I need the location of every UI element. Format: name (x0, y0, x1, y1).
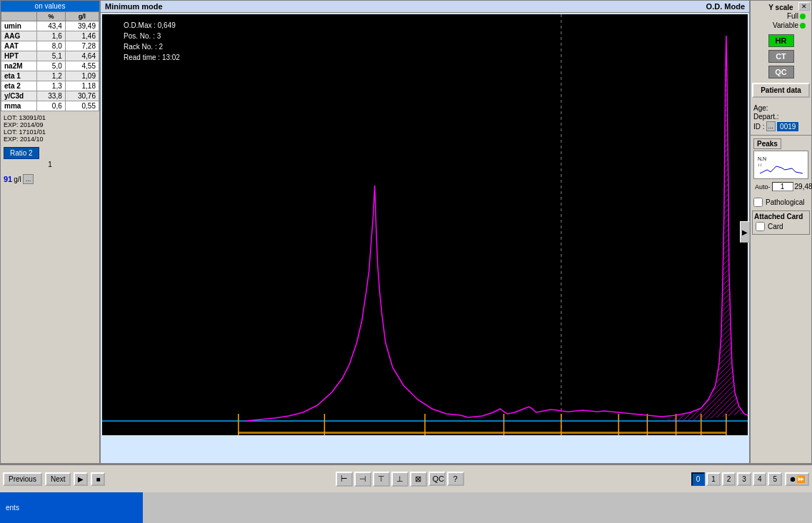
hr-button[interactable]: HR (768, 34, 794, 47)
svg-rect-19 (647, 432, 676, 434)
toolbar-btn-help[interactable]: ? (447, 472, 464, 486)
ct-button[interactable]: CT (768, 50, 794, 63)
svg-rect-17 (561, 432, 618, 434)
next-button[interactable]: Next (45, 472, 71, 486)
qc-button[interactable]: QC (768, 66, 794, 78)
svg-rect-16 (503, 432, 561, 434)
toolbar-btn-qc[interactable]: QC (428, 472, 446, 486)
peaks-mini-svg: N,N ↕↕ (756, 152, 806, 178)
fraction-percent: 1,6 (37, 31, 66, 41)
attached-card-title: Attached Card (754, 213, 808, 220)
num-btn-1[interactable]: 1 (706, 472, 721, 486)
number-toolbar: 0 1 2 3 4 5 (691, 472, 782, 486)
protein-unit: g/l (14, 176, 21, 183)
svg-rect-21 (701, 432, 726, 434)
exp2-value: 2014/10 (20, 136, 44, 143)
patient-data-button[interactable]: Patient data (752, 83, 810, 98)
chart-title: Minimum mode (105, 2, 163, 11)
center-toolbar: ⊢ ⊣ ⊤ ⊥ ⊠ QC ? (108, 472, 691, 487)
exp1-label: EXP: (4, 121, 19, 128)
svg-text:↕↕: ↕↕ (758, 163, 762, 167)
toolbar-btn-2[interactable]: ⊣ (354, 472, 371, 487)
toolbar-btn-1[interactable]: ⊢ (336, 472, 353, 487)
lot2-label: LOT: (4, 128, 17, 136)
fraction-name: eta 1 (1, 71, 37, 81)
variable-row: Variable (753, 21, 808, 30)
main-chart-area: Minimum mode O.D. Mode O.D.Max : 0,649 P… (100, 0, 750, 464)
auto-value: 29,48 (795, 183, 812, 191)
fraction-gl: 4,55 (65, 61, 99, 71)
fraction-percent: 1,2 (37, 71, 66, 81)
fraction-name: na2M (1, 61, 37, 71)
col-gl: g/l (65, 12, 99, 21)
play-button[interactable]: ▶ (74, 472, 88, 486)
chart-header: Minimum mode O.D. Mode (101, 1, 749, 13)
age-row: Age: (753, 104, 808, 112)
full-row: Full (753, 11, 808, 21)
num-btn-0[interactable]: 0 (691, 472, 706, 486)
exp1-value: 2014/09 (20, 121, 44, 128)
right-toolbar: ⏺⏩ (782, 472, 812, 486)
svg-rect-20 (676, 432, 701, 434)
auto-row: Auto- 29,48 (753, 181, 808, 193)
fraction-gl: 30,76 (65, 91, 99, 101)
fraction-percent: 1,3 (37, 81, 66, 91)
left-panel: on values % g/l umin 43,4 39,49 AAG 1,6 … (0, 0, 100, 464)
expand-button[interactable]: ▶ (740, 221, 750, 243)
fraction-gl: 0,55 (65, 101, 99, 111)
svg-text:N,N: N,N (758, 156, 766, 161)
record-button[interactable]: ⏺⏩ (785, 472, 809, 486)
card-checkbox[interactable] (756, 222, 765, 231)
table-row: eta 1 1,2 1,09 (1, 71, 99, 81)
toolbar-btn-5[interactable]: ⊠ (410, 472, 427, 487)
stop-button[interactable]: ■ (91, 472, 105, 486)
fraction-table: % g/l umin 43,4 39,49 AAG 1,6 1,46 AAT 8… (1, 11, 99, 111)
id-row: ID : ... 0019 (753, 121, 808, 131)
fraction-gl: 4,64 (65, 51, 99, 61)
card-row: Card (754, 220, 808, 233)
toolbar-btn-4[interactable]: ⊥ (391, 472, 408, 487)
num-btn-4[interactable]: 4 (753, 472, 767, 486)
table-row: mma 0,6 0,55 (1, 101, 99, 111)
fraction-percent: 33,8 (37, 91, 66, 101)
chart-svg (102, 14, 748, 435)
fraction-name: mma (1, 101, 37, 111)
fraction-gl: 1,18 (65, 81, 99, 91)
fraction-percent: 5,1 (37, 51, 66, 61)
lot-section: LOT: 13091/01 EXP: 2014/09 LOT: 17101/01… (1, 111, 99, 146)
table-row: AAT 8,0 7,28 (1, 41, 99, 51)
pathological-checkbox[interactable] (753, 198, 763, 207)
ratio-button[interactable]: Ratio 2 (4, 147, 39, 159)
peaks-section: Peaks ✕ N,N ↕↕ Auto- 29,48 (751, 135, 811, 196)
table-row: AAG 1,6 1,46 (1, 31, 99, 41)
auto-label: Auto- (755, 183, 771, 191)
depart-row: Depart.: (753, 113, 808, 121)
peaks-close-button[interactable]: ✕ (798, 2, 810, 11)
num-btn-3[interactable]: 3 (737, 472, 751, 486)
right-panel: Y scale Full Variable HR CT QC Patient d… (750, 0, 812, 464)
previous-button[interactable]: Previous (3, 472, 42, 486)
protein-button[interactable]: ... (23, 174, 34, 184)
auto-input[interactable] (772, 182, 793, 191)
num-btn-5[interactable]: 5 (768, 472, 782, 486)
fraction-gl: 7,28 (65, 41, 99, 51)
fraction-gl: 1,09 (65, 71, 99, 81)
col-percent: % (37, 12, 66, 21)
protein-section: 91 g/l ... (1, 171, 99, 187)
toolbar-btn-3[interactable]: ⊤ (373, 472, 390, 487)
exp2-label: EXP: (4, 136, 19, 143)
fraction-tbody: umin 43,4 39,49 AAG 1,6 1,46 AAT 8,0 7,2… (1, 21, 99, 111)
variable-indicator (800, 23, 806, 29)
id-value: 0019 (777, 122, 798, 131)
protein-value: 91 (4, 175, 12, 183)
fraction-name: umin (1, 21, 37, 31)
chart-canvas-area[interactable]: O.D.Max : 0,649 Pos. No. : 3 Rack No. : … (102, 14, 748, 435)
id-expand-button[interactable]: ... (766, 121, 776, 131)
peaks-title: Peaks (753, 138, 781, 149)
lot1-value: 13091/01 (19, 114, 46, 121)
fraction-gl: 39,49 (65, 21, 99, 31)
attached-card-section: Attached Card Card (752, 210, 810, 235)
table-row: eta 2 1,3 1,18 (1, 81, 99, 91)
num-btn-2[interactable]: 2 (722, 472, 736, 486)
full-label: Full (787, 12, 798, 20)
